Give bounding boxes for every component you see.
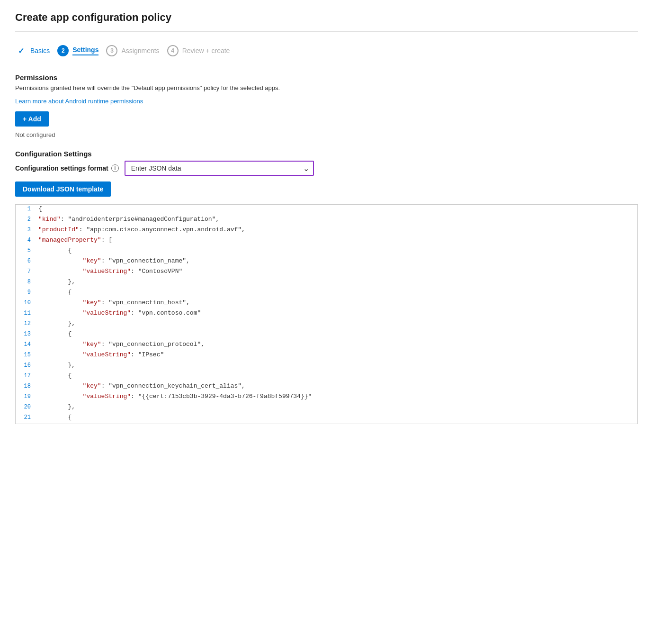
json-line: 11 "valueString": "vpn.contoso.com" [16, 309, 637, 319]
json-line: 6 "key": "vpn_connection_name", [16, 257, 637, 267]
line-number: 2 [16, 216, 38, 223]
json-line: 2"kind": "androidenterprise#managedConfi… [16, 215, 637, 226]
json-line: 14 "key": "vpn_connection_protocol", [16, 340, 637, 351]
line-content: "key": "vpn_connection_protocol", [38, 341, 205, 348]
line-content: "valueString": "IPsec" [38, 351, 164, 358]
permissions-desc: Permissions granted here will override t… [15, 84, 638, 91]
line-content: { [38, 330, 72, 337]
line-number: 11 [16, 309, 38, 317]
json-line: 1{ [16, 205, 637, 215]
step-basics-label: Basics [30, 47, 50, 54]
line-content: "valueString": "{{cert:7153cb3b-3929-4da… [38, 393, 312, 400]
line-content: }, [38, 362, 75, 369]
json-line: 15 "valueString": "IPsec" [16, 351, 637, 361]
line-content: { [38, 205, 42, 212]
json-line: 19 "valueString": "{{cert:7153cb3b-3929-… [16, 392, 637, 403]
line-content: "key": "vpn_connection_keychain_cert_ali… [38, 382, 245, 390]
line-number: 8 [16, 278, 38, 285]
page-title: Create app configuration policy [15, 11, 638, 24]
line-number: 10 [16, 299, 38, 306]
json-line: 12 }, [16, 319, 637, 330]
config-format-label: Configuration settings format i [15, 164, 119, 172]
json-line: 8 }, [16, 278, 637, 288]
step-settings-circle: 2 [57, 45, 69, 56]
json-editor[interactable]: 1{2"kind": "androidenterprise#managedCon… [15, 204, 638, 424]
step-settings-label: Settings [72, 46, 98, 55]
line-content: "key": "vpn_connection_host", [38, 299, 190, 306]
json-line: 20 }, [16, 403, 637, 413]
step-review-circle: 4 [167, 45, 179, 56]
line-number: 16 [16, 362, 38, 369]
line-content: "kind": "androidenterprise#managedConfig… [38, 216, 219, 223]
config-settings-title: Configuration Settings [15, 150, 638, 158]
line-number: 9 [16, 289, 38, 296]
json-line: 10 "key": "vpn_connection_host", [16, 299, 637, 309]
line-number: 19 [16, 393, 38, 400]
download-json-button[interactable]: Download JSON template [15, 181, 111, 197]
line-number: 14 [16, 341, 38, 348]
line-content: "valueString": "vpn.contoso.com" [38, 309, 201, 317]
not-configured-status: Not configured [15, 131, 638, 138]
json-line: 9 { [16, 288, 637, 299]
line-content: }, [38, 403, 75, 410]
json-line: 17 { [16, 372, 637, 382]
line-number: 15 [16, 351, 38, 358]
line-number: 6 [16, 257, 38, 264]
line-content: { [38, 414, 72, 421]
line-content: }, [38, 320, 75, 327]
line-content: { [38, 289, 72, 296]
step-settings[interactable]: 2 Settings [57, 41, 106, 60]
add-button[interactable]: + Add [15, 111, 49, 127]
line-content: "key": "vpn_connection_name", [38, 257, 190, 264]
line-number: 1 [16, 205, 38, 212]
json-line: 5 { [16, 246, 637, 257]
line-content: "managedProperty": [ [38, 236, 112, 244]
json-line: 18 "key": "vpn_connection_keychain_cert_… [16, 382, 637, 392]
line-content: { [38, 247, 72, 254]
json-line: 13 { [16, 330, 637, 340]
step-assignments-circle: 3 [106, 45, 117, 56]
line-number: 3 [16, 226, 38, 233]
json-line: 3"productId": "app:com.cisco.anyconnect.… [16, 226, 637, 236]
step-assignments[interactable]: 3 Assignments [106, 41, 167, 60]
config-format-row: Configuration settings format i Enter JS… [15, 161, 638, 176]
line-content: }, [38, 278, 75, 285]
configuration-settings-section: Configuration Settings Configuration set… [15, 150, 638, 197]
line-number: 4 [16, 236, 38, 244]
line-number: 12 [16, 320, 38, 327]
line-content: "productId": "app:com.cisco.anyconnect.v… [38, 226, 245, 233]
line-content: { [38, 372, 72, 379]
step-assignments-label: Assignments [121, 47, 159, 54]
line-number: 18 [16, 382, 38, 390]
wizard-steps: ✓ Basics 2 Settings 3 Assignments 4 Revi… [15, 41, 638, 60]
json-editor-wrapper: 1{2"kind": "androidenterprise#managedCon… [15, 204, 638, 424]
line-number: 20 [16, 403, 38, 410]
json-line: 4"managedProperty": [ [16, 236, 637, 246]
learn-more-link[interactable]: Learn more about Android runtime permiss… [15, 98, 143, 105]
permissions-section: Permissions Permissions granted here wil… [15, 73, 638, 138]
info-icon[interactable]: i [111, 164, 119, 172]
step-basics-circle: ✓ [15, 45, 27, 56]
line-number: 21 [16, 414, 38, 421]
step-basics[interactable]: ✓ Basics [15, 41, 57, 60]
permissions-title: Permissions [15, 73, 638, 82]
format-select[interactable]: Enter JSON data [125, 161, 314, 176]
json-line: 7 "valueString": "ContosoVPN" [16, 267, 637, 278]
step-review[interactable]: 4 Review + create [167, 41, 238, 60]
line-number: 5 [16, 247, 38, 254]
json-line: 21 { [16, 413, 637, 424]
line-content: "valueString": "ContosoVPN" [38, 268, 182, 275]
line-number: 17 [16, 372, 38, 379]
json-line: 16 }, [16, 361, 637, 372]
line-number: 13 [16, 330, 38, 337]
step-review-label: Review + create [182, 47, 230, 54]
line-number: 7 [16, 268, 38, 275]
format-select-wrapper: Enter JSON data [125, 161, 314, 176]
title-divider [15, 31, 638, 32]
